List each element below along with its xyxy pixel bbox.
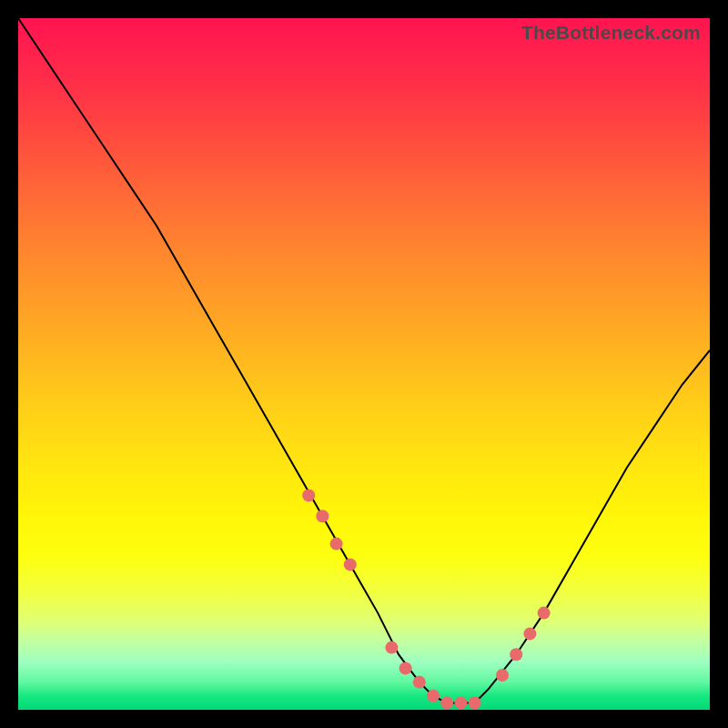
marker-dots-group — [302, 489, 550, 709]
bottleneck-curve — [18, 18, 710, 703]
marker-dot — [344, 558, 357, 571]
chart-frame: TheBottleneck.com — [0, 0, 728, 728]
watermark-text: TheBottleneck.com — [521, 22, 701, 44]
marker-dot — [399, 662, 412, 674]
marker-dot — [302, 489, 315, 501]
marker-dot — [538, 607, 551, 620]
marker-dot — [440, 696, 453, 709]
marker-dot — [413, 676, 426, 689]
plot-area: TheBottleneck.com — [18, 18, 710, 710]
curve-layer — [18, 18, 710, 710]
marker-dot — [496, 669, 509, 682]
marker-dot — [316, 510, 329, 522]
marker-dot — [330, 538, 343, 551]
marker-dot — [469, 696, 481, 709]
marker-dot — [510, 648, 522, 661]
marker-dot — [523, 627, 536, 640]
marker-dot — [454, 696, 467, 709]
marker-dot — [385, 642, 398, 654]
marker-dot — [427, 690, 440, 703]
